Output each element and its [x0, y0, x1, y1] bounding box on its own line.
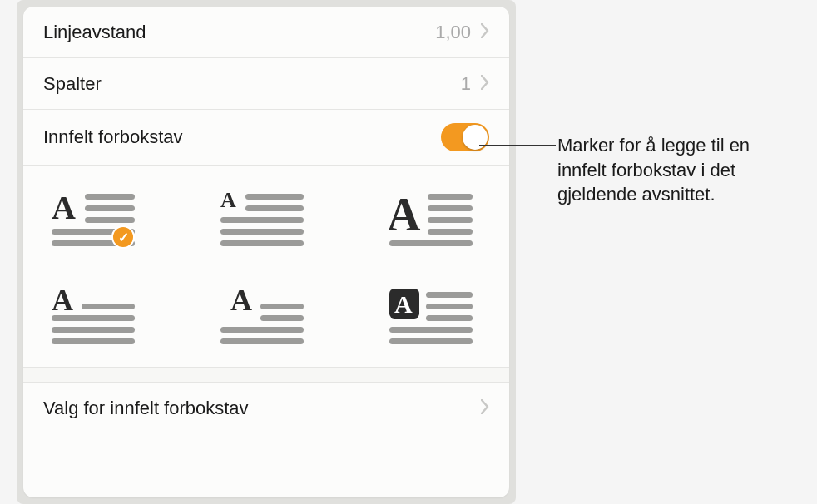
callout-text: Marker for å legge til en innfelt forbok…	[557, 133, 799, 207]
svg-rect-11	[220, 240, 304, 246]
svg-rect-21	[52, 327, 135, 333]
svg-rect-20	[52, 315, 135, 321]
svg-rect-14	[428, 205, 473, 211]
drop-cap-row: Innfelt forbokstav	[23, 110, 509, 166]
line-spacing-value-group: 1,00	[435, 22, 489, 43]
drop-cap-style-6[interactable]: A	[389, 287, 481, 352]
svg-rect-15	[428, 217, 473, 223]
columns-row[interactable]: Spalter 1	[23, 58, 509, 110]
svg-text:A: A	[394, 290, 413, 318]
svg-rect-2	[85, 205, 135, 211]
svg-rect-31	[426, 304, 473, 309]
svg-text:A: A	[230, 287, 252, 317]
drop-cap-styles-section: A ✓ A	[23, 166, 509, 368]
drop-cap-style-4[interactable]: A	[52, 287, 143, 352]
callout-annotation: Marker for å legge til en innfelt forbok…	[557, 133, 799, 207]
svg-rect-34	[389, 338, 473, 344]
svg-rect-25	[260, 315, 304, 321]
drop-cap-options-row[interactable]: Valg for innfelt forbokstav	[23, 383, 509, 434]
svg-rect-10	[220, 229, 304, 235]
svg-rect-9	[220, 217, 304, 223]
svg-rect-13	[428, 194, 473, 200]
columns-value: 1	[461, 73, 471, 95]
drop-cap-options-label: Valg for innfelt forbokstav	[43, 398, 249, 419]
svg-rect-1	[85, 194, 135, 200]
drop-cap-style-grid: A ✓ A	[38, 189, 494, 352]
line-spacing-value: 1,00	[435, 22, 471, 43]
drop-cap-style-2[interactable]: A	[220, 189, 312, 254]
svg-rect-3	[85, 217, 135, 223]
chevron-right-icon	[481, 22, 489, 43]
section-spacer	[23, 368, 509, 383]
svg-rect-33	[389, 327, 473, 333]
svg-rect-16	[428, 229, 473, 235]
svg-rect-8	[245, 205, 304, 211]
svg-rect-22	[52, 338, 135, 344]
svg-text:A: A	[52, 189, 76, 226]
svg-rect-26	[220, 327, 304, 333]
chevron-right-icon	[481, 398, 489, 419]
drop-cap-style-1[interactable]: A ✓	[52, 189, 143, 254]
svg-text:A: A	[220, 189, 236, 212]
svg-rect-27	[220, 338, 304, 344]
svg-rect-19	[82, 304, 135, 309]
line-spacing-label: Linjeavstand	[43, 22, 146, 43]
svg-rect-24	[260, 304, 304, 309]
svg-rect-30	[426, 292, 473, 298]
drop-cap-style-3[interactable]: A	[389, 189, 481, 254]
format-panel: Linjeavstand 1,00 Spalter 1 Innfelt forb…	[23, 7, 509, 497]
svg-rect-17	[389, 240, 473, 246]
drop-cap-style-5[interactable]: A	[220, 287, 312, 352]
svg-text:A: A	[52, 287, 73, 317]
callout-leader-line	[479, 145, 556, 146]
panel-outer-frame: Linjeavstand 1,00 Spalter 1 Innfelt forb…	[17, 0, 516, 504]
chevron-right-icon	[481, 73, 489, 95]
svg-text:A: A	[389, 189, 421, 240]
drop-cap-label: Innfelt forbokstav	[43, 126, 183, 148]
svg-rect-7	[245, 194, 304, 200]
line-spacing-row[interactable]: Linjeavstand 1,00	[23, 7, 509, 58]
svg-rect-32	[426, 315, 473, 321]
columns-value-group: 1	[461, 73, 489, 95]
columns-label: Spalter	[43, 73, 102, 95]
drop-cap-toggle[interactable]	[441, 123, 489, 151]
